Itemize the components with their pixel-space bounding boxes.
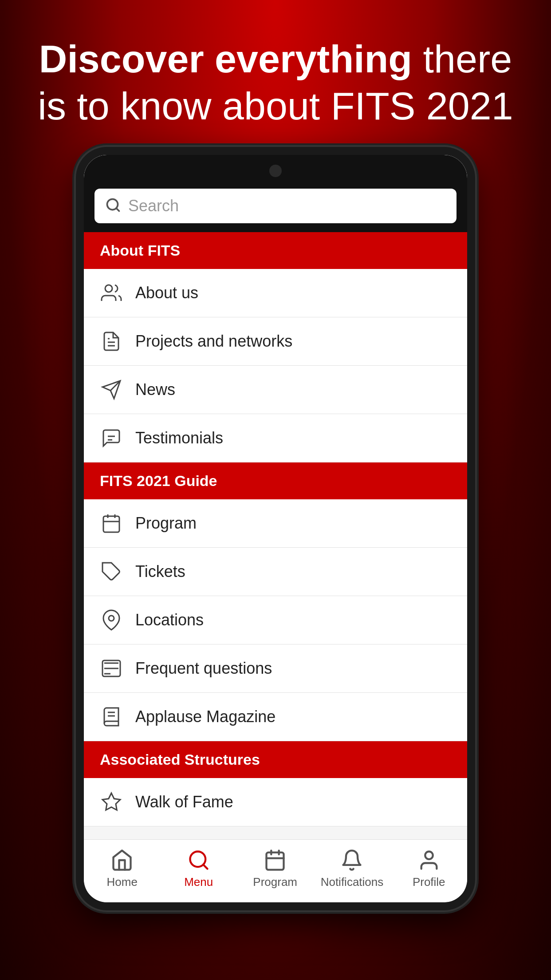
hero-section: Discover everything there is to know abo… <box>0 0 551 147</box>
nav-item-profile-label: Profile <box>413 875 445 889</box>
menu-item-magazine-label: Applause Magazine <box>135 707 276 726</box>
testimonials-icon <box>100 427 123 450</box>
nav-item-program-label: Program <box>253 875 297 889</box>
nav-item-notifications[interactable]: Notifications <box>321 849 384 889</box>
menu-item-faq[interactable]: Frequent questions <box>84 644 467 693</box>
program-icon <box>264 849 287 872</box>
menu-item-testimonials-label: Testimonials <box>135 429 223 447</box>
menu-item-about-us-label: About us <box>135 284 198 302</box>
nav-item-menu-label: Menu <box>184 875 213 889</box>
star-icon <box>100 790 123 814</box>
section-header-associated: Associated Structures <box>84 741 467 778</box>
menu-item-walk-of-fame[interactable]: Walk of Fame <box>84 778 467 826</box>
phone-screen: Search About FITS <box>84 155 467 902</box>
svg-rect-9 <box>103 516 119 532</box>
person-icon <box>417 849 441 872</box>
calendar-icon <box>100 512 123 535</box>
menu-item-projects-label: Projects and networks <box>135 332 292 351</box>
section-header-fits-guide-label: FITS 2021 Guide <box>100 472 217 489</box>
menu-item-testimonials[interactable]: Testimonials <box>84 414 467 462</box>
search-bar[interactable]: Search <box>94 189 457 223</box>
people-icon <box>100 281 123 304</box>
menu-item-program-label: Program <box>135 514 197 533</box>
menu-item-faq-label: Frequent questions <box>135 659 272 678</box>
menu-item-tickets-label: Tickets <box>135 562 185 581</box>
menu-item-about-us[interactable]: About us <box>84 269 467 317</box>
svg-point-2 <box>105 285 112 292</box>
section-header-fits-guide: FITS 2021 Guide <box>84 462 467 499</box>
menu-item-magazine[interactable]: Applause Magazine <box>84 693 467 741</box>
search-placeholder: Search <box>128 197 446 215</box>
search-bar-container: Search <box>84 182 467 232</box>
section-header-associated-label: Associated Structures <box>100 751 260 768</box>
faq-icon <box>100 657 123 680</box>
bottom-navigation: Home Menu <box>84 839 467 902</box>
nav-item-home-label: Home <box>107 875 138 889</box>
section-header-about-fits-label: About FITS <box>100 242 180 259</box>
camera-notch <box>269 165 282 177</box>
phone-frame: Search About FITS <box>76 147 475 910</box>
svg-point-20 <box>109 616 114 621</box>
nav-item-menu[interactable]: Menu <box>168 849 230 889</box>
bell-icon <box>340 849 363 872</box>
nav-item-program[interactable]: Program <box>244 849 306 889</box>
tickets-icon <box>100 560 123 583</box>
projects-icon <box>100 330 123 353</box>
menu-content: About FITS About us <box>84 232 467 839</box>
menu-item-news[interactable]: News <box>84 366 467 414</box>
menu-item-projects-networks[interactable]: Projects and networks <box>84 317 467 366</box>
menu-item-locations-label: Locations <box>135 611 204 629</box>
location-icon <box>100 609 123 632</box>
svg-line-26 <box>203 865 207 869</box>
svg-rect-27 <box>267 853 284 870</box>
hero-bold-text: Discover everything <box>39 37 412 81</box>
phone-container: Search About FITS <box>76 147 475 980</box>
search-icon <box>105 197 121 215</box>
svg-marker-24 <box>102 793 120 810</box>
home-icon <box>110 849 134 872</box>
menu-item-walk-of-fame-label: Walk of Fame <box>135 793 233 811</box>
nav-item-home[interactable]: Home <box>91 849 153 889</box>
menu-item-locations[interactable]: Locations <box>84 596 467 644</box>
nav-item-profile[interactable]: Profile <box>398 849 460 889</box>
magazine-icon <box>100 705 123 728</box>
menu-item-tickets[interactable]: Tickets <box>84 548 467 596</box>
section-header-about-fits: About FITS <box>84 232 467 269</box>
menu-item-program[interactable]: Program <box>84 499 467 548</box>
svg-line-1 <box>116 208 119 211</box>
nav-item-notifications-label: Notifications <box>321 875 384 889</box>
svg-point-31 <box>425 852 433 859</box>
news-icon <box>100 378 123 401</box>
menu-icon <box>187 849 210 872</box>
menu-item-news-label: News <box>135 380 175 399</box>
